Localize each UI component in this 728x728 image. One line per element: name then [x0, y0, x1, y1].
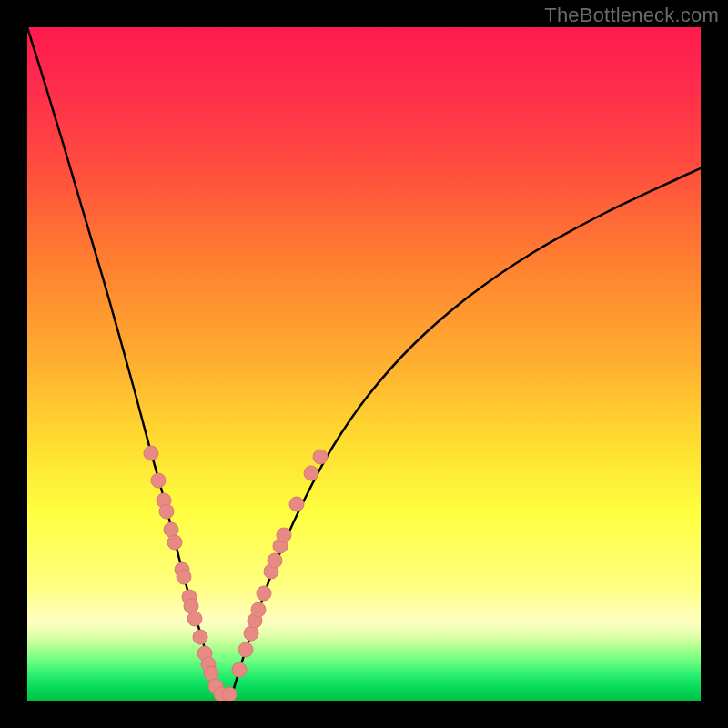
sample-point: [164, 522, 178, 537]
sample-point: [289, 497, 304, 511]
curve-right-branch: [232, 168, 701, 694]
chart-frame: TheBottleneck.com: [0, 0, 728, 728]
sample-point: [232, 662, 247, 677]
sample-point: [193, 630, 207, 644]
sample-point: [144, 446, 158, 460]
sample-point: [304, 466, 318, 480]
sample-point: [222, 687, 237, 701]
plot-area: [27, 27, 701, 701]
watermark-text: TheBottleneck.com: [544, 4, 719, 27]
sample-point: [277, 528, 291, 542]
sample-point: [244, 626, 258, 641]
sample-point: [268, 553, 282, 568]
sample-point: [313, 450, 328, 464]
sample-point: [238, 642, 253, 657]
sample-points-group: [144, 446, 328, 701]
sample-point: [187, 612, 202, 626]
sample-point: [184, 599, 198, 613]
sample-point: [167, 535, 182, 550]
sample-point: [159, 504, 174, 519]
sample-point: [177, 570, 191, 584]
sample-point: [251, 602, 266, 617]
curve-layer: [27, 27, 701, 701]
sample-point: [257, 586, 271, 601]
sample-point: [151, 473, 166, 488]
